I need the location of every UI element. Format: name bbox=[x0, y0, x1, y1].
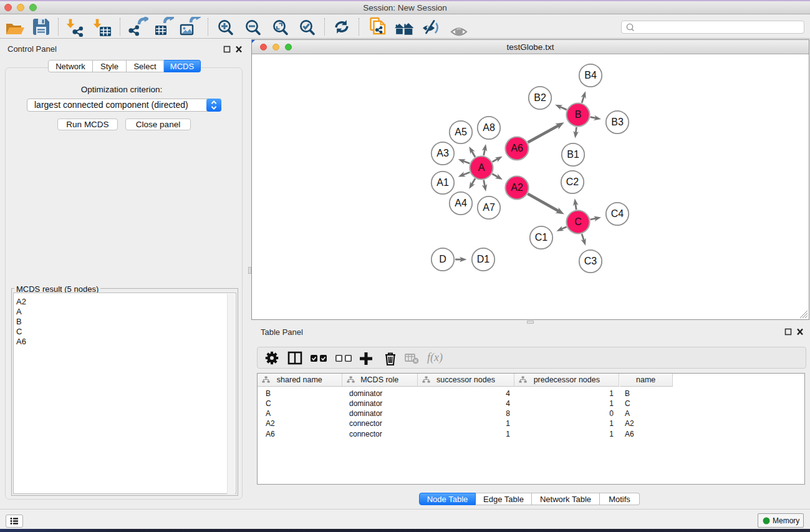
svg-text:A7: A7 bbox=[483, 202, 495, 213]
svg-text:C1: C1 bbox=[535, 232, 548, 243]
svg-text:A6: A6 bbox=[511, 143, 523, 153]
svg-text:A: A bbox=[478, 162, 485, 173]
svg-text:A4: A4 bbox=[455, 198, 467, 208]
svg-text:A8: A8 bbox=[483, 122, 495, 133]
svg-text:D1: D1 bbox=[477, 254, 490, 264]
svg-text:A1: A1 bbox=[436, 177, 449, 188]
svg-text:C: C bbox=[574, 216, 582, 227]
svg-text:C2: C2 bbox=[566, 177, 579, 187]
svg-text:B2: B2 bbox=[534, 92, 546, 103]
svg-text:D: D bbox=[439, 254, 446, 264]
svg-text:B3: B3 bbox=[611, 117, 624, 127]
svg-text:A2: A2 bbox=[511, 182, 523, 193]
svg-text:A5: A5 bbox=[455, 127, 467, 137]
svg-text:C4: C4 bbox=[611, 208, 624, 219]
svg-text:B: B bbox=[575, 109, 582, 120]
svg-text:B4: B4 bbox=[584, 70, 597, 80]
svg-text:B1: B1 bbox=[567, 149, 579, 160]
svg-text:C3: C3 bbox=[584, 256, 597, 266]
svg-text:A3: A3 bbox=[436, 148, 449, 158]
